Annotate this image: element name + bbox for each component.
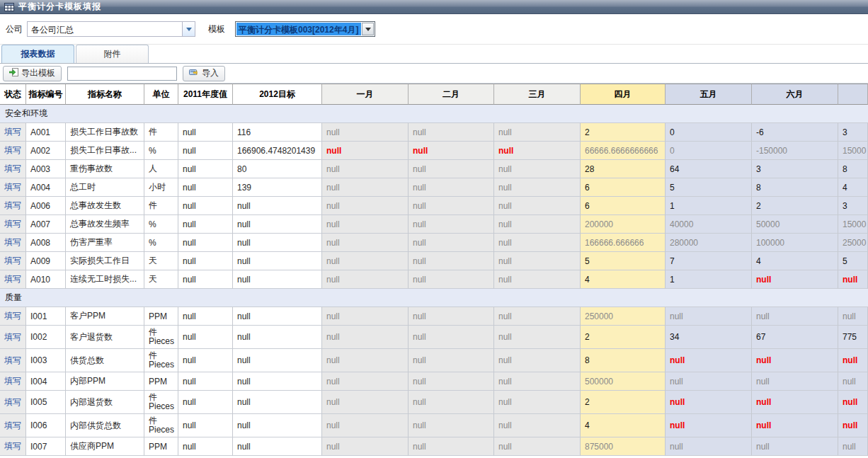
month-cell: null xyxy=(752,270,838,289)
fill-link[interactable]: 填写 xyxy=(4,200,21,212)
unit-cell: 件Pieces xyxy=(144,349,178,372)
status-cell: 填写 xyxy=(0,215,26,234)
template-select-value: 平衡计分卡模板003[2012年4月] xyxy=(236,23,361,35)
fill-link[interactable]: 填写 xyxy=(4,331,21,343)
status-cell: 填写 xyxy=(0,349,26,372)
indicator-code: A006 xyxy=(26,197,66,215)
month-cell: null xyxy=(409,307,494,326)
month-cell: null xyxy=(666,437,752,456)
target-cell: 116 xyxy=(233,123,322,142)
unit-cell: PPM xyxy=(144,372,178,391)
month-cell: null xyxy=(409,349,494,372)
month-cell: 34 xyxy=(666,326,752,349)
column-header: 一月 xyxy=(322,84,409,105)
chevron-down-icon[interactable] xyxy=(182,22,195,36)
month-cell: null xyxy=(666,307,752,326)
fill-link[interactable]: 填写 xyxy=(4,255,21,267)
table-row: 填写A008伤害严重率%nullnullnullnullnull166666.6… xyxy=(0,234,868,252)
fill-link[interactable]: 填写 xyxy=(4,181,21,193)
fill-link[interactable]: 填写 xyxy=(4,310,21,322)
month-cell: 0 xyxy=(666,123,752,142)
month-cell: null xyxy=(322,178,409,197)
company-label: 公司 xyxy=(6,23,23,35)
target-cell: null xyxy=(233,372,322,391)
indicator-name: 损失工作日事故... xyxy=(66,142,144,160)
tab-report-data[interactable]: 报表数据 xyxy=(1,45,74,63)
y2011-cell: null xyxy=(178,215,233,234)
y2011-cell: null xyxy=(178,178,233,197)
unit-cell: 件Pieces xyxy=(144,326,178,349)
status-cell: 填写 xyxy=(0,142,26,160)
month-cell: null xyxy=(494,252,581,270)
fill-link[interactable]: 填写 xyxy=(4,218,21,230)
month-cell: null xyxy=(494,307,581,326)
month-cell: null xyxy=(494,391,581,414)
fill-link[interactable]: 填写 xyxy=(4,163,21,175)
fill-link[interactable]: 填写 xyxy=(4,144,21,156)
status-cell: 填写 xyxy=(0,326,26,349)
indicator-code: A008 xyxy=(26,234,66,252)
month-cell: 280000 xyxy=(666,234,752,252)
column-header: 四月 xyxy=(581,84,666,105)
y2011-cell: null xyxy=(178,234,233,252)
y2011-cell: null xyxy=(178,349,233,372)
column-header: 五月 xyxy=(666,84,752,105)
unit-cell: % xyxy=(144,142,178,160)
indicator-name: 伤害严重率 xyxy=(66,234,144,252)
month-cell: null xyxy=(494,372,581,391)
month-cell: null xyxy=(752,349,838,372)
status-cell: 填写 xyxy=(0,160,26,178)
month-cell: null xyxy=(666,414,752,437)
target-cell: null xyxy=(233,234,322,252)
status-cell: 填写 xyxy=(0,270,26,289)
month-cell: null xyxy=(322,142,409,160)
y2011-cell: null xyxy=(178,197,233,215)
month-cell: null xyxy=(838,414,868,437)
unit-cell: PPM xyxy=(144,437,178,456)
month-cell: null xyxy=(494,326,581,349)
fill-link[interactable]: 填写 xyxy=(4,396,21,408)
unit-cell: % xyxy=(144,215,178,234)
target-cell: null xyxy=(233,252,322,270)
status-cell: 填写 xyxy=(0,437,26,456)
unit-cell: 天 xyxy=(144,252,178,270)
indicator-name: 连续无工时损失... xyxy=(66,270,144,289)
indicator-code: A007 xyxy=(26,215,66,234)
fill-link[interactable]: 填写 xyxy=(4,375,21,387)
fill-link[interactable]: 填写 xyxy=(4,126,21,138)
column-header: 2012目标 xyxy=(233,84,322,105)
tab-attachments[interactable]: 附件 xyxy=(76,45,149,63)
company-select[interactable]: 各公司汇总 xyxy=(27,21,195,37)
template-select[interactable]: 平衡计分卡模板003[2012年4月] xyxy=(235,21,375,37)
chevron-down-icon[interactable] xyxy=(362,23,374,35)
month-cell: null xyxy=(838,270,868,289)
import-button[interactable]: 导入 xyxy=(183,66,225,81)
target-cell: null xyxy=(233,414,322,437)
fill-link[interactable]: 填写 xyxy=(4,236,21,248)
month-cell: null xyxy=(494,270,581,289)
table-row: 填写A006总事故发生数件nullnullnullnullnull6123 xyxy=(0,197,868,215)
month-cell: 5 xyxy=(666,178,752,197)
indicator-name: 内部PPM xyxy=(66,372,144,391)
status-cell: 填写 xyxy=(0,307,26,326)
indicator-name: 总事故发生数 xyxy=(66,197,144,215)
fill-link[interactable]: 填写 xyxy=(4,440,21,452)
export-template-button[interactable]: 导出模板 xyxy=(3,66,62,81)
fill-link[interactable]: 填写 xyxy=(4,273,21,285)
month-cell: null xyxy=(409,178,494,197)
month-cell: null xyxy=(752,372,838,391)
fill-link[interactable]: 填写 xyxy=(4,420,21,432)
month-cell: 15000 xyxy=(838,142,868,160)
month-cell: null xyxy=(322,234,409,252)
section-row: 安全和环境 xyxy=(0,105,868,123)
table-row: 填写A004总工时小时null139nullnullnull6584 xyxy=(0,178,868,197)
indicator-name: 实际损失工作日 xyxy=(66,252,144,270)
unit-cell: 件 xyxy=(144,123,178,142)
month-cell: 2 xyxy=(581,326,666,349)
column-header: 六月 xyxy=(752,84,838,105)
section-row: 质量 xyxy=(0,289,868,307)
import-file-input[interactable] xyxy=(67,67,177,81)
indicator-name: 损失工作日事故数 xyxy=(66,123,144,142)
target-cell: null xyxy=(233,349,322,372)
fill-link[interactable]: 填写 xyxy=(4,355,21,367)
